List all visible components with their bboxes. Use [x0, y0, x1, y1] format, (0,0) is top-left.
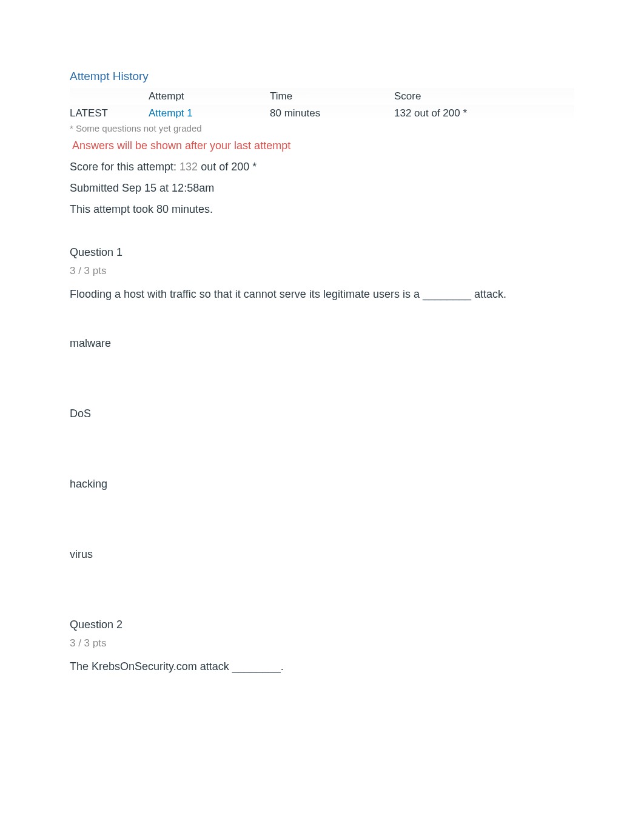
- answers-notice: Answers will be shown after your last at…: [72, 139, 574, 152]
- attempt-link[interactable]: Attempt 1: [149, 107, 193, 119]
- score-suffix: out of 200 *: [198, 161, 257, 173]
- attempt-history-table: Attempt Time Score LATEST Attempt 1 80 m…: [70, 88, 574, 122]
- question-title: Question 2: [70, 619, 574, 631]
- question-text: Flooding a host with traffic so that it …: [70, 288, 574, 301]
- answer-option: DoS: [70, 407, 574, 420]
- attempt-score: 132 out of 200 *: [394, 105, 574, 122]
- table-header-attempt: Attempt: [149, 88, 270, 105]
- score-for-attempt: Score for this attempt: 132 out of 200 *: [70, 161, 574, 173]
- submitted-time: Submitted Sep 15 at 12:58am: [70, 182, 574, 195]
- question-text: The KrebsOnSecurity.com attack ________.: [70, 660, 574, 673]
- table-row: LATEST Attempt 1 80 minutes 132 out of 2…: [70, 105, 574, 122]
- question-points: 3 / 3 pts: [70, 265, 574, 277]
- table-header-blank: [70, 88, 149, 105]
- question-title: Question 1: [70, 246, 574, 259]
- attempt-label: LATEST: [70, 105, 149, 122]
- table-header-time: Time: [270, 88, 394, 105]
- score-value: 132: [179, 161, 198, 173]
- answer-option: hacking: [70, 478, 574, 491]
- attempt-history-title: Attempt History: [70, 70, 574, 83]
- answer-option: virus: [70, 548, 574, 561]
- table-header-score: Score: [394, 88, 574, 105]
- question-points: 3 / 3 pts: [70, 637, 574, 649]
- question-block: Question 1 3 / 3 pts Flooding a host wit…: [70, 246, 574, 561]
- answer-option: malware: [70, 337, 574, 350]
- attempt-time: 80 minutes: [270, 105, 394, 122]
- score-prefix: Score for this attempt:: [70, 161, 179, 173]
- attempt-duration: This attempt took 80 minutes.: [70, 203, 574, 216]
- question-block: Question 2 3 / 3 pts The KrebsOnSecurity…: [70, 619, 574, 673]
- grading-footnote: * Some questions not yet graded: [70, 123, 574, 133]
